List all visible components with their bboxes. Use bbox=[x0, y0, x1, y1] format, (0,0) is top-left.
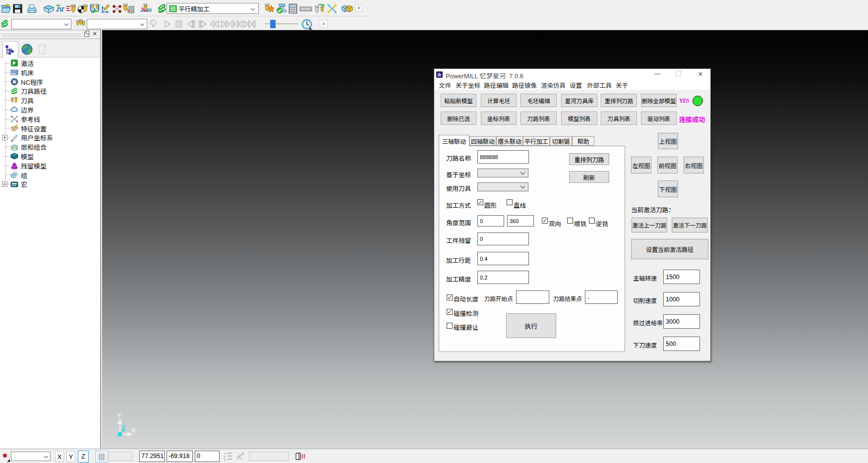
svg-text:X: X bbox=[131, 426, 136, 434]
svg-text:Z: Z bbox=[121, 424, 125, 432]
svg-text:z: z bbox=[224, 458, 226, 461]
svg-text:Y: Y bbox=[117, 411, 121, 419]
